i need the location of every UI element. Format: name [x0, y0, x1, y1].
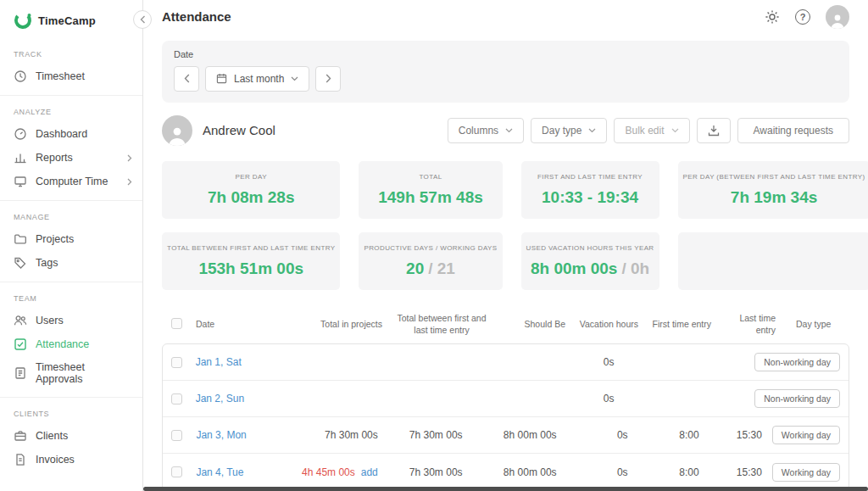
stat-label: FIRST AND LAST TIME ENTRY — [537, 173, 643, 181]
day-type-badge[interactable]: Non-working day — [754, 353, 840, 371]
sidebar-item-label: Invoices — [36, 454, 75, 466]
account-avatar[interactable] — [826, 5, 849, 29]
date-link[interactable]: Jan 4, Tue — [196, 466, 243, 478]
stat-value: 7h 08m 28s — [208, 188, 294, 207]
chevron-down-icon — [671, 128, 679, 133]
vacation-hours: 0s — [550, 356, 620, 368]
stat-label: PER DAY — [236, 173, 267, 181]
settings-button[interactable] — [765, 9, 780, 25]
stat-label: PER DAY (BETWEEN FIRST AND LAST TIME ENT… — [683, 173, 865, 181]
sidebar-item-invoices[interactable]: Invoices — [0, 448, 142, 471]
brand-logo[interactable]: TimeCamp — [0, 0, 142, 38]
user-avatar — [162, 115, 192, 146]
table-row: Jan 3, Mon 7h 30m 00s 7h 30m 00s 8h 00m … — [163, 417, 849, 454]
bar-chart-icon — [14, 151, 27, 165]
awaiting-requests-button[interactable]: Awaiting requests — [737, 118, 850, 143]
tag-icon — [14, 256, 27, 270]
table-row: Jan 2, Sun 0s Non-working day — [163, 381, 849, 417]
gear-icon — [765, 9, 780, 25]
row-checkbox[interactable] — [171, 430, 182, 441]
col-header-first-time-entry: First time entry — [643, 318, 716, 330]
sidebar-item-timesheet-approvals[interactable]: Timesheet Approvals — [0, 356, 142, 390]
row-checkbox[interactable] — [171, 393, 182, 405]
export-button[interactable] — [697, 118, 731, 143]
attendance-table: Date Total in projects Total between fir… — [162, 307, 849, 491]
prev-period-button[interactable] — [174, 66, 199, 92]
columns-label: Columns — [459, 125, 498, 137]
date-link[interactable]: Jan 3, Mon — [196, 429, 246, 441]
section-label: TRACK — [0, 47, 142, 64]
total-in-projects: 7h 30m 00s — [290, 429, 382, 441]
sidebar-item-computer-time[interactable]: Computer Time — [0, 170, 142, 193]
select-all-checkbox[interactable] — [171, 318, 182, 329]
stat-per-day: PER DAY 7h 08m 28s — [162, 161, 340, 219]
sidebar-item-label: Dashboard — [36, 128, 87, 140]
stat-used-vacation: USED VACATION HOURS THIS YEAR 8h 00m 00s… — [521, 232, 659, 290]
section-label: CLIENTS — [0, 406, 142, 424]
sidebar-item-projects[interactable]: Projects — [0, 227, 142, 251]
sidebar-collapse-button[interactable] — [133, 10, 152, 29]
sidebar-item-users[interactable]: Users — [0, 309, 142, 332]
vacation-hours: 0s — [562, 466, 633, 478]
sidebar-item-tags[interactable]: Tags — [0, 251, 142, 275]
sidebar-section-analyze: ANALYZE Dashboard Reports — [0, 96, 142, 201]
sidebar-section-manage: MANAGE Projects Tags — [0, 201, 142, 282]
check-square-icon — [14, 338, 27, 351]
total-between: 7h 30m 00s — [383, 466, 489, 478]
date-range-value: Last month — [234, 73, 284, 85]
row-checkbox[interactable] — [171, 357, 182, 368]
main-area: Attendance ? — [143, 0, 868, 491]
sidebar-section-team: TEAM Users Attendance Timesheet Approval… — [0, 282, 142, 398]
stat-per-day-between: PER DAY (BETWEEN FIRST AND LAST TIME ENT… — [678, 161, 868, 219]
col-header-vacation-hours: Vacation hours — [570, 318, 643, 330]
col-header-day-type: Day type — [781, 318, 849, 330]
folder-icon — [14, 232, 27, 246]
vacation-hours: 0s — [550, 393, 620, 405]
awaiting-requests-label: Awaiting requests — [754, 125, 834, 137]
bulk-edit-label: Bulk edit — [625, 125, 664, 137]
total-between: 7h 30m 00s — [383, 429, 489, 441]
sidebar-item-label: Timesheet — [36, 70, 85, 82]
day-type-dropdown[interactable]: Day type — [531, 118, 607, 143]
timecamp-logo-icon — [14, 11, 32, 30]
add-time-link[interactable]: add — [361, 466, 378, 478]
invoice-icon — [14, 453, 27, 466]
table-header-row: Date Total in projects Total between fir… — [162, 307, 849, 343]
section-label: TEAM — [0, 291, 142, 309]
next-period-button[interactable] — [315, 66, 341, 92]
row-checkbox[interactable] — [171, 466, 182, 477]
stat-productive-days: PRODUCTIVE DAYS / WORKING DAYS 20/ 21 — [359, 232, 502, 290]
section-label: MANAGE — [0, 209, 142, 227]
stat-label: USED VACATION HOURS THIS YEAR — [526, 244, 654, 252]
horizontal-scrollbar[interactable] — [143, 487, 868, 491]
sidebar-item-clients[interactable]: Clients — [0, 424, 142, 448]
brand-name: TimeCamp — [38, 14, 96, 27]
columns-dropdown[interactable]: Columns — [448, 118, 524, 143]
sidebar-item-attendance[interactable]: Attendance — [0, 332, 142, 356]
stat-muted-value: / 21 — [428, 259, 455, 277]
day-type-badge[interactable]: Non-working day — [754, 389, 840, 408]
sidebar-item-dashboard[interactable]: Dashboard — [0, 122, 142, 146]
toolbar: Columns Day type Bulk edit — [448, 118, 849, 143]
day-type-label: Day type — [542, 125, 581, 137]
chevron-down-icon — [291, 76, 298, 81]
sidebar-item-label: Attendance — [36, 338, 89, 350]
sidebar-item-label: Computer Time — [36, 176, 108, 187]
date-filter-card: Date Last month — [162, 41, 849, 103]
sidebar: TimeCamp TRACK Timesheet ANALYZE Dashboa… — [0, 0, 143, 491]
day-type-badge[interactable]: Working day — [772, 426, 840, 444]
sidebar-item-label: Tags — [36, 257, 58, 269]
date-range-dropdown[interactable]: Last month — [205, 66, 309, 92]
sidebar-item-timesheet[interactable]: Timesheet — [0, 64, 142, 88]
help-button[interactable]: ? — [795, 9, 810, 25]
date-link[interactable]: Jan 2, Sun — [196, 393, 244, 405]
date-link[interactable]: Jan 1, Sat — [196, 356, 242, 368]
vacation-hours: 0s — [562, 429, 633, 441]
gauge-icon — [14, 127, 27, 141]
day-type-badge[interactable]: Working day — [772, 463, 840, 482]
sidebar-item-reports[interactable]: Reports — [0, 146, 142, 170]
chevron-down-icon — [505, 128, 513, 133]
sidebar-item-label: Users — [36, 315, 64, 326]
bulk-edit-dropdown[interactable]: Bulk edit — [614, 118, 689, 143]
page-title: Attendance — [162, 9, 231, 24]
